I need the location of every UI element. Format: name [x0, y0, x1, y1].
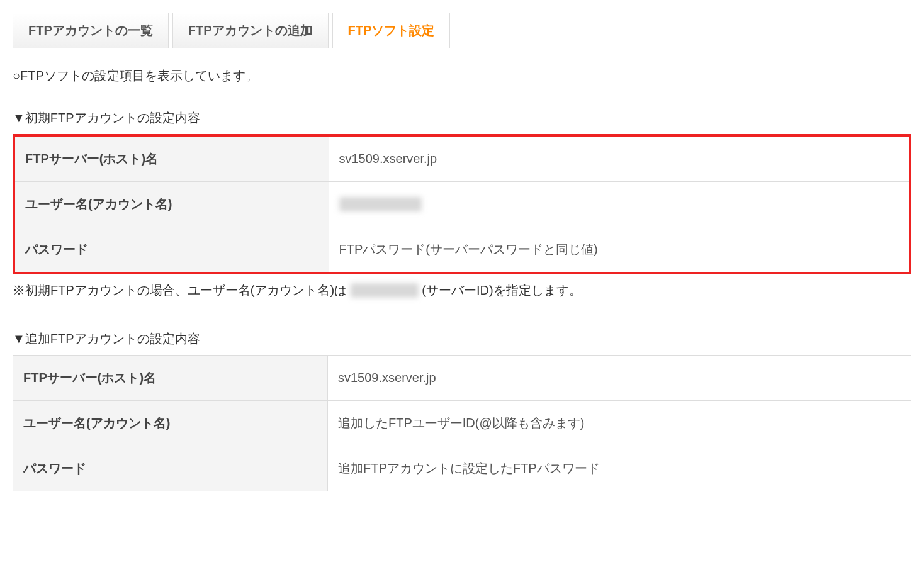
tab-bar: FTPアカウントの一覧 FTPアカウントの追加 FTPソフト設定	[13, 13, 911, 48]
note-prefix: ※初期FTPアカウントの場合、ユーザー名(アカウント名)は	[13, 283, 347, 297]
section1-heading: ▼初期FTPアカウントの設定内容	[13, 110, 911, 126]
table-row: FTPサーバー(ホスト)名 sv1509.xserver.jp	[14, 135, 910, 182]
initial-ftp-settings-table: FTPサーバー(ホスト)名 sv1509.xserver.jp ユーザー名(アカ…	[13, 134, 911, 274]
tab-ftp-account-add[interactable]: FTPアカウントの追加	[172, 13, 329, 48]
ftp-server-value: sv1509.xserver.jp	[329, 135, 910, 182]
password-value-2: 追加FTPアカウントに設定したFTPパスワード	[328, 446, 911, 491]
username-value: redacted-user	[329, 182, 910, 227]
ftp-server-value-2: sv1509.xserver.jp	[328, 356, 911, 401]
tab-ftp-soft-settings[interactable]: FTPソフト設定	[332, 13, 451, 48]
username-label-2: ユーザー名(アカウント名)	[13, 401, 328, 446]
password-value: FTPパスワード(サーバーパスワードと同じ値)	[329, 227, 910, 274]
ftp-server-label: FTPサーバー(ホスト)名	[14, 135, 329, 182]
table-row: パスワード 追加FTPアカウントに設定したFTPパスワード	[13, 446, 911, 491]
note-suffix: (サーバーID)を指定します。	[422, 283, 581, 297]
section2-heading: ▼追加FTPアカウントの設定内容	[13, 330, 911, 347]
note-blurred-id: redacted-id	[351, 283, 419, 298]
username-label: ユーザー名(アカウント名)	[14, 182, 329, 227]
table-row: ユーザー名(アカウント名) redacted-user	[14, 182, 910, 227]
page-description: ○FTPソフトの設定項目を表示しています。	[13, 67, 911, 84]
password-label: パスワード	[14, 227, 329, 274]
table-row: FTPサーバー(ホスト)名 sv1509.xserver.jp	[13, 356, 911, 401]
ftp-server-label-2: FTPサーバー(ホスト)名	[13, 356, 328, 401]
username-blurred: redacted-user	[339, 197, 422, 211]
password-label-2: パスワード	[13, 446, 328, 491]
table-row: ユーザー名(アカウント名) 追加したFTPユーザーID(@以降も含みます)	[13, 401, 911, 446]
tab-ftp-account-list[interactable]: FTPアカウントの一覧	[13, 13, 169, 48]
table-row: パスワード FTPパスワード(サーバーパスワードと同じ値)	[14, 227, 910, 274]
additional-ftp-settings-table: FTPサーバー(ホスト)名 sv1509.xserver.jp ユーザー名(アカ…	[13, 355, 911, 491]
username-value-2: 追加したFTPユーザーID(@以降も含みます)	[328, 401, 911, 446]
initial-account-note: ※初期FTPアカウントの場合、ユーザー名(アカウント名)は redacted-i…	[13, 282, 911, 299]
